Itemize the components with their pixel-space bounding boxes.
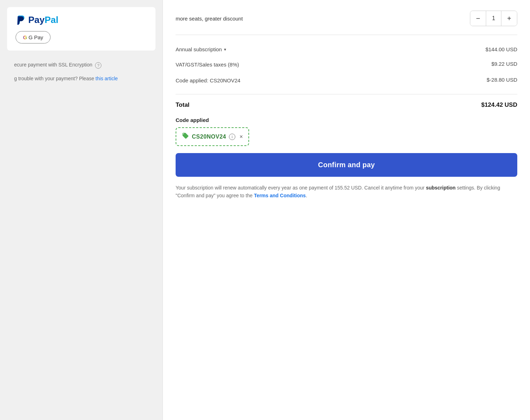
vat-price: $9.22 USD <box>491 61 517 67</box>
code-applied-section: Code applied CS20NOV24 i × <box>176 117 517 146</box>
renewal-notice: Your subscription will renew automatical… <box>176 184 517 200</box>
this-article-link[interactable]: this article <box>95 76 118 81</box>
vat-label: VAT/GST/Sales taxes (8%) <box>176 61 239 68</box>
code-discount-label: Code applied: CS20NOV24 <box>176 77 240 84</box>
divider <box>176 94 517 94</box>
code-discount-row: Code applied: CS20NOV24 $-28.80 USD <box>176 72 517 88</box>
left-panel: PayPal G G Pay ecure payment with SSL En… <box>0 0 163 420</box>
trouble-text: g trouble with your payment? Please this… <box>7 71 155 88</box>
seats-description: more seats, greater discount <box>176 15 243 22</box>
ssl-text: ecure payment with SSL Encryption <box>14 62 92 68</box>
vat-row: VAT/GST/Sales taxes (8%) $9.22 USD <box>176 57 517 72</box>
code-discount-price: $-28.80 USD <box>487 77 517 83</box>
quantity-value: 1 <box>486 11 501 26</box>
paypal-icon <box>16 14 27 25</box>
quantity-decrease-button[interactable]: − <box>470 11 486 26</box>
price-rows: Annual subscription ▾ $144.00 USD VAT/GS… <box>176 42 517 88</box>
seats-row: more seats, greater discount − 1 + <box>176 11 517 35</box>
annual-subscription-price: $144.00 USD <box>485 46 517 52</box>
gpay-button[interactable]: G G Pay <box>16 31 51 43</box>
coupon-remove-button[interactable]: × <box>240 134 243 140</box>
terms-and-conditions-link[interactable]: Terms and Conditions <box>254 193 306 198</box>
ssl-help-icon[interactable]: ? <box>95 62 101 69</box>
coupon-info-icon[interactable]: i <box>229 134 235 140</box>
paypal-box: PayPal G G Pay <box>7 7 155 51</box>
total-row: Total $124.42 USD <box>176 96 517 114</box>
confirm-and-pay-button[interactable]: Confirm and pay <box>176 153 517 177</box>
gpay-g-letter: G <box>23 34 27 40</box>
annual-subscription-row: Annual subscription ▾ $144.00 USD <box>176 42 517 57</box>
paypal-logo: PayPal <box>16 14 147 25</box>
code-applied-heading: Code applied <box>176 117 517 123</box>
gpay-pay-text: G Pay <box>29 34 43 40</box>
coupon-code-text: CS20NOV24 <box>192 134 226 140</box>
ssl-notice: ecure payment with SSL Encryption ? <box>7 56 155 71</box>
total-label: Total <box>176 101 189 109</box>
coupon-tag: CS20NOV24 i × <box>176 127 249 146</box>
subscription-bold: subscription <box>426 185 455 191</box>
quantity-increase-button[interactable]: + <box>501 11 517 26</box>
right-panel: more seats, greater discount − 1 + Annua… <box>163 0 530 420</box>
total-price: $124.42 USD <box>481 101 517 109</box>
annual-dropdown-arrow[interactable]: ▾ <box>224 47 226 52</box>
annual-subscription-label: Annual subscription ▾ <box>176 46 226 52</box>
coupon-tag-icon <box>182 132 189 141</box>
paypal-wordmark: PayPal <box>28 14 58 25</box>
quantity-control[interactable]: − 1 + <box>470 11 517 26</box>
